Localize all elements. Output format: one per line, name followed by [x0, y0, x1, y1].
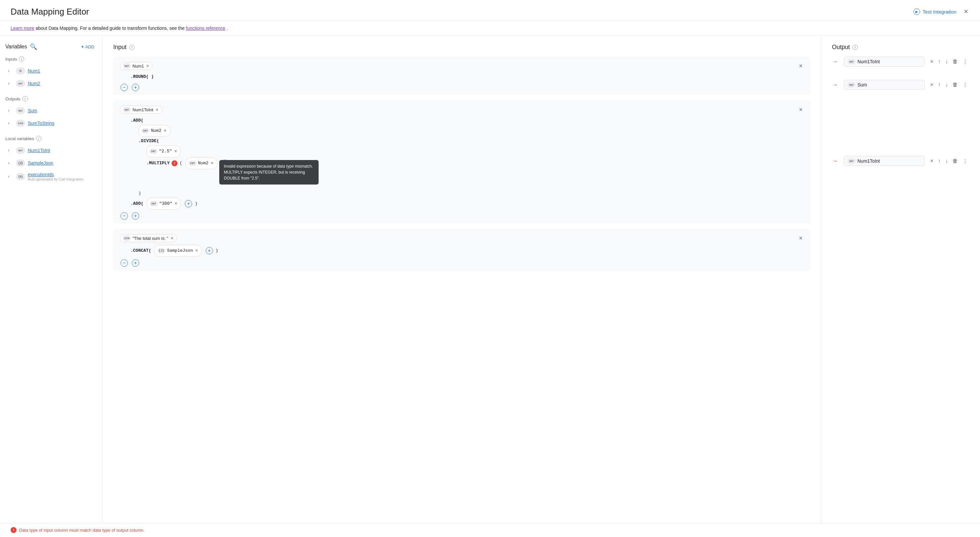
output-chip-num1toint-error: INT Num1ToInt: [844, 156, 925, 166]
type-badge-out3: INT: [848, 158, 856, 164]
out3-more-button[interactable]: ⋮: [961, 157, 969, 165]
chip-25-inline-close[interactable]: ×: [174, 147, 177, 156]
sidebar-item-samplejson[interactable]: › {J} SampleJson: [5, 157, 97, 169]
chip-num1[interactable]: INT Num1 ×: [120, 62, 153, 70]
out2-delete-button[interactable]: 🗑: [951, 81, 959, 89]
chip-num1-close[interactable]: ×: [146, 63, 149, 69]
output-row-num1toint-error: → INT Num1ToInt × ↑ ↓ 🗑 ⋮: [832, 156, 969, 166]
chip-samplejson-inline-close[interactable]: ×: [195, 246, 198, 255]
sidebar-header-left: Variables 🔍: [5, 42, 38, 51]
card-totalsumis-plus-button[interactable]: +: [132, 260, 139, 267]
search-button[interactable]: 🔍: [29, 42, 38, 51]
page-title: Data Mapping Editor: [11, 6, 89, 17]
var-name-num1[interactable]: Num1: [28, 68, 40, 73]
add2-plus-button[interactable]: +: [185, 200, 192, 207]
input-section-title: Input i: [113, 44, 810, 51]
card-totalsumis-close-button[interactable]: ×: [797, 235, 804, 242]
chip-samplejson-inline[interactable]: {J} SampleJson ×: [154, 245, 201, 257]
chip-num1toint-close[interactable]: ×: [156, 107, 158, 112]
type-badge-chip-num1: INT: [123, 63, 131, 69]
sidebar-item-num1toint[interactable]: › INT Num1ToInt: [5, 145, 97, 156]
out3-delete-button[interactable]: 🗑: [951, 157, 959, 165]
var-name-num1toint[interactable]: Num1ToInt: [28, 148, 50, 153]
code-add2-line: .ADD( INT "300" × + ): [130, 198, 804, 210]
type-badge-out2: INT: [848, 82, 856, 88]
card-num1toint-close-button[interactable]: ×: [797, 106, 804, 113]
input-card-num1: INT Num1 × × .ROUND( ) − +: [113, 57, 810, 95]
multiply-plus-button[interactable]: +: [221, 160, 229, 167]
learn-more-link[interactable]: Learn more: [11, 25, 35, 31]
chip-num1toint[interactable]: INT Num1ToInt ×: [120, 106, 162, 114]
out2-up-button[interactable]: ↑: [936, 81, 942, 89]
outputs-info-icon[interactable]: i: [22, 96, 28, 101]
chevron-num2-icon: ›: [8, 81, 13, 86]
functions-reference-link[interactable]: functions reference: [186, 25, 225, 31]
out1-delete-button[interactable]: 🗑: [951, 57, 959, 65]
close-button[interactable]: ×: [963, 6, 969, 17]
out2-more-button[interactable]: ⋮: [961, 81, 969, 89]
chip-totalsumis[interactable]: STR "The total sum is: " ×: [120, 234, 177, 242]
output-chip-sum: INT Sum: [844, 80, 925, 90]
card-header-left-num1toint: INT Num1ToInt ×: [120, 106, 162, 114]
card-num1toint-plus-button[interactable]: +: [132, 212, 139, 220]
card-num1toint-actions: − +: [120, 212, 804, 220]
code-multiply-line: .MULTIPLY ! ( INT Num2 × + ): [146, 157, 804, 169]
out3-down-button[interactable]: ↓: [943, 157, 950, 165]
card-num1-minus-button[interactable]: −: [121, 84, 128, 91]
code-divide-open: .DIVIDE(: [138, 137, 804, 145]
out3-close-button[interactable]: ×: [929, 157, 935, 165]
var-name-samplejson[interactable]: SampleJson: [28, 160, 53, 166]
card-totalsumis-minus-button[interactable]: −: [121, 260, 128, 267]
out1-down-button[interactable]: ↓: [943, 57, 950, 65]
code-num2-chip-line: INT Num2 ×: [138, 125, 804, 137]
output-panel: Output i → INT Num1ToInt × ↑ ↓ 🗑 ⋮ → INT…: [821, 36, 980, 535]
chevron-sum-icon: ›: [8, 108, 13, 113]
chip-300-inline[interactable]: INT "300" ×: [147, 198, 181, 210]
out2-down-button[interactable]: ↓: [943, 81, 950, 89]
chip-num2-inline-close[interactable]: ×: [164, 126, 166, 135]
input-section-info-icon[interactable]: i: [129, 45, 134, 50]
add-variable-button[interactable]: + ADD: [78, 43, 97, 51]
sidebar-item-executionids[interactable]: › {S} executionIds Auto-generated by Cal…: [5, 170, 97, 183]
type-badge-chip-str: STR: [123, 236, 131, 241]
bottom-error-icon: !: [11, 527, 17, 533]
chip-300-close[interactable]: ×: [175, 199, 177, 209]
output-row-num1toint: → INT Num1ToInt × ↑ ↓ 🗑 ⋮: [832, 57, 969, 67]
output-chip-num1toint: INT Num1ToInt: [844, 57, 925, 67]
card-totalsumis-actions: − +: [120, 260, 804, 267]
chip-num2-multiply-close[interactable]: ×: [211, 159, 213, 168]
bottom-error-text: Data type of input column must match dat…: [19, 528, 145, 533]
chip-num2-inline[interactable]: INT Num2 ×: [138, 125, 170, 137]
concat-plus-button[interactable]: +: [206, 247, 213, 255]
inputs-section-header: Inputs i: [5, 56, 97, 62]
outputs-section-header: Outputs i: [5, 96, 97, 101]
local-vars-info-icon[interactable]: i: [36, 136, 41, 141]
variables-label: Variables: [5, 44, 27, 50]
sidebar-item-sum[interactable]: › INT Sum: [5, 105, 97, 116]
inputs-info-icon[interactable]: i: [19, 56, 24, 62]
out1-up-button[interactable]: ↑: [936, 57, 942, 65]
sidebar-item-num1[interactable]: › D Num1: [5, 65, 97, 77]
sidebar-header-row: Variables 🔍 + ADD: [5, 42, 97, 51]
card-header-num1: INT Num1 × ×: [120, 62, 804, 70]
var-name-sumtostring[interactable]: SumToString: [28, 121, 54, 126]
code-25-chip-line: INT "2.5" ×: [146, 145, 804, 157]
card-num1-close-button[interactable]: ×: [797, 63, 804, 70]
chip-num2-multiply[interactable]: INT Num2 ×: [186, 157, 217, 169]
out1-more-button[interactable]: ⋮: [961, 57, 969, 66]
test-integration-button[interactable]: ▶ Test Integration: [913, 8, 957, 15]
chip-25-inline[interactable]: INT "2.5" ×: [146, 145, 180, 157]
sidebar-item-sumtostring[interactable]: › STR SumToString: [5, 117, 97, 129]
output-section-info-icon[interactable]: i: [853, 45, 858, 50]
out3-up-button[interactable]: ↑: [936, 157, 942, 165]
var-name-sum[interactable]: Sum: [28, 108, 37, 113]
out2-close-button[interactable]: ×: [929, 81, 935, 89]
card-num1toint-minus-button[interactable]: −: [121, 212, 128, 220]
out1-close-button[interactable]: ×: [929, 57, 935, 65]
var-name-executionids[interactable]: executionIds: [28, 172, 54, 177]
var-name-num2[interactable]: Num2: [28, 81, 40, 86]
sidebar-item-num2[interactable]: › INT Num2: [5, 78, 97, 89]
type-badge-out1: INT: [848, 59, 856, 64]
card-num1-plus-button[interactable]: +: [132, 84, 139, 91]
chip-totalsumis-close[interactable]: ×: [170, 236, 173, 241]
